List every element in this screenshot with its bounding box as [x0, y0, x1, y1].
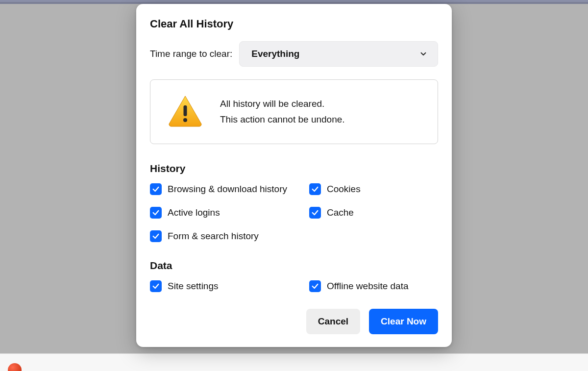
- dialog-button-row: Cancel Clear Now: [150, 309, 438, 334]
- svg-rect-0: [184, 105, 187, 116]
- checkbox-row-browsing: Browsing & download history: [150, 183, 309, 195]
- bottom-app-icon: [8, 363, 22, 371]
- checkbox-label-cache[interactable]: Cache: [327, 207, 354, 218]
- checkbox-cookies[interactable]: [309, 183, 321, 195]
- checkbox-label-site-settings[interactable]: Site settings: [168, 281, 219, 292]
- checkbox-row-offline-data: Offline website data: [309, 280, 438, 292]
- svg-point-1: [183, 118, 187, 122]
- checkbox-row-cookies: Cookies: [309, 183, 438, 195]
- checkbox-site-settings[interactable]: [150, 280, 162, 292]
- time-range-label: Time range to clear:: [150, 49, 232, 59]
- history-options-grid: Browsing & download history Cookies Acti…: [150, 183, 438, 242]
- chevron-down-icon: [419, 49, 428, 58]
- checkbox-label-offline-data[interactable]: Offline website data: [327, 281, 409, 292]
- warning-box: All history will be cleared. This action…: [150, 79, 438, 144]
- section-title-data: Data: [150, 260, 438, 272]
- warning-line-1: All history will be cleared.: [220, 99, 345, 109]
- checkbox-row-active-logins: Active logins: [150, 207, 309, 219]
- warning-text: All history will be cleared. This action…: [220, 99, 345, 125]
- checkbox-label-form-search[interactable]: Form & search history: [168, 231, 259, 242]
- time-range-value: Everything: [251, 49, 299, 59]
- window-top-bar: [0, 0, 588, 4]
- checkbox-row-cache: Cache: [309, 207, 438, 219]
- window-bottom-strip: [0, 353, 588, 371]
- warning-icon: [167, 95, 203, 129]
- data-options-grid: Site settings Offline website data: [150, 280, 438, 292]
- time-range-row: Time range to clear: Everything: [150, 41, 438, 67]
- cancel-button[interactable]: Cancel: [306, 309, 360, 334]
- checkbox-row-site-settings: Site settings: [150, 280, 309, 292]
- checkbox-label-active-logins[interactable]: Active logins: [168, 207, 220, 218]
- clear-history-dialog: Clear All History Time range to clear: E…: [136, 4, 452, 347]
- dialog-title: Clear All History: [150, 18, 438, 30]
- time-range-select[interactable]: Everything: [239, 41, 438, 67]
- checkbox-row-form-search: Form & search history: [150, 230, 309, 242]
- checkbox-label-browsing[interactable]: Browsing & download history: [168, 184, 287, 195]
- checkbox-cache[interactable]: [309, 207, 321, 219]
- checkbox-label-cookies[interactable]: Cookies: [327, 184, 361, 195]
- checkbox-browsing[interactable]: [150, 183, 162, 195]
- checkbox-active-logins[interactable]: [150, 207, 162, 219]
- warning-line-2: This action cannot be undone.: [220, 114, 345, 125]
- clear-now-button[interactable]: Clear Now: [369, 309, 438, 334]
- section-title-history: History: [150, 163, 438, 174]
- checkbox-form-search[interactable]: [150, 230, 162, 242]
- checkbox-offline-data[interactable]: [309, 280, 321, 292]
